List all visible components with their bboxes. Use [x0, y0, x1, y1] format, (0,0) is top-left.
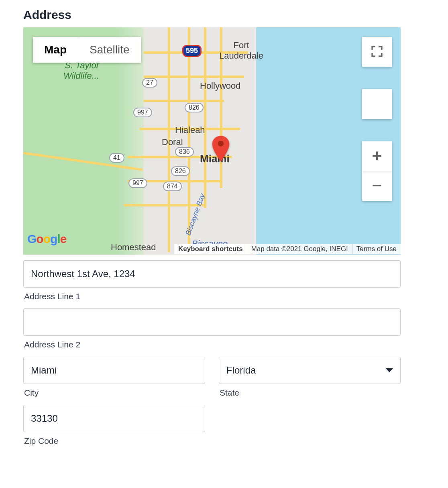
- map-label-wildlife: S. Taylor Wildlife...: [63, 60, 99, 81]
- city-label: City: [24, 388, 205, 398]
- map-type-satellite-button[interactable]: Satellite: [78, 37, 141, 63]
- svg-point-1: [375, 99, 379, 102]
- city-input[interactable]: [23, 357, 205, 384]
- chevron-down-icon: [386, 368, 393, 372]
- map-type-map-button[interactable]: Map: [33, 37, 78, 63]
- map-label-fort-lauderdale: Fort Lauderdale: [219, 40, 263, 61]
- zip-code-label: Zip Code: [24, 436, 401, 446]
- fullscreen-button[interactable]: [362, 37, 392, 67]
- route-shield-us41: 41: [109, 153, 124, 163]
- route-shield-sr874: 874: [163, 182, 182, 191]
- address-form: Address Line 1 Address Line 2 City Flori…: [23, 260, 401, 446]
- state-select-value: Florida: [226, 365, 256, 376]
- map-label-hialeah: Hialeah: [175, 125, 205, 135]
- svg-point-0: [218, 141, 224, 146]
- section-title: Address: [23, 8, 425, 22]
- address-line-2-input[interactable]: [23, 308, 401, 336]
- map-controls: [362, 37, 392, 201]
- route-shield-i595: 595: [182, 45, 202, 57]
- zoom-in-button[interactable]: [362, 141, 392, 171]
- route-shield-sr997a: 997: [133, 108, 152, 117]
- address-line-1-label: Address Line 1: [24, 292, 401, 301]
- svg-rect-4: [376, 151, 378, 160]
- map-label-doral: Doral: [162, 137, 183, 147]
- minus-icon: [371, 179, 383, 193]
- map-footer: Keyboard shortcuts Map data ©2021 Google…: [23, 243, 401, 255]
- map-type-toggle: Map Satellite: [33, 37, 141, 63]
- streetview-button[interactable]: [362, 89, 392, 119]
- svg-rect-2: [375, 102, 379, 107]
- route-shield-sr826b: 826: [171, 166, 190, 176]
- zip-code-input[interactable]: [23, 405, 205, 432]
- svg-rect-5: [373, 185, 381, 186]
- address-line-1-input[interactable]: [23, 260, 401, 288]
- address-line-2-label: Address Line 2: [24, 340, 401, 349]
- map-label-hollywood: Hollywood: [200, 81, 241, 91]
- state-label: State: [220, 388, 401, 398]
- terms-link[interactable]: Terms of Use: [352, 244, 401, 254]
- route-shield-sr997b: 997: [128, 178, 147, 188]
- zoom-out-button[interactable]: [362, 171, 392, 201]
- route-shield-us27: 27: [142, 78, 157, 88]
- plus-icon: [371, 149, 383, 163]
- map-attribution: Map data ©2021 Google, INEGI: [247, 244, 352, 254]
- route-shield-sr826a: 826: [185, 103, 204, 112]
- map-pin-icon: [212, 136, 230, 163]
- keyboard-shortcuts-button[interactable]: Keyboard shortcuts: [174, 244, 247, 254]
- state-select[interactable]: Florida: [219, 357, 401, 384]
- map-canvas[interactable]: Fort Lauderdale Hollywood Hialeah Doral …: [23, 27, 401, 255]
- fullscreen-icon: [371, 45, 383, 59]
- route-shield-sr836: 836: [175, 147, 194, 157]
